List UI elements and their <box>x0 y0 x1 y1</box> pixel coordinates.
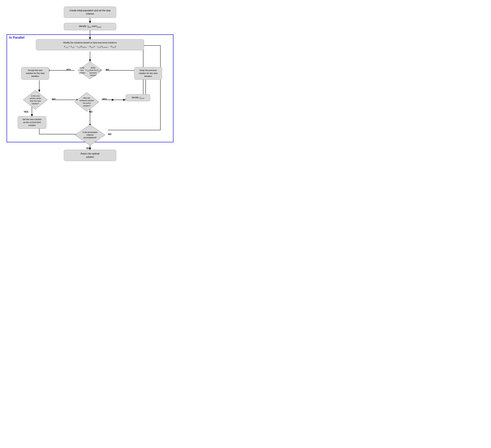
is-termination-label: Is the terminationcriterionaccomplished? <box>75 124 105 146</box>
no-label-4: NO <box>108 133 112 135</box>
yes-label-1: YES <box>66 68 71 71</box>
yes-label-4: YES <box>86 147 91 149</box>
return-optimal-box: Return the optimalsolution <box>64 150 116 161</box>
create-initial-label: Create initial population and set the st… <box>70 9 111 15</box>
no-label-3: NO <box>89 111 93 113</box>
identify-best-worst-box: Identify: fbest and fworst <box>64 23 116 30</box>
yes-label-3: YES <box>102 98 107 101</box>
modify-solutions-label: Modify the solutions based on best and w… <box>39 41 141 44</box>
set-new-best-label: Set the new solutionas the current bests… <box>22 118 42 126</box>
formula-label: X'i,j,k = Xi,j,k + r1,j,i(Xj,best,i − |X… <box>39 45 141 48</box>
is-new-better-label: Is the new solution X'i,j,kbetter than t… <box>78 61 103 79</box>
return-optimal-label: Return the optimalsolution <box>81 152 99 158</box>
yes-label-2: YES <box>24 111 28 113</box>
no-label-1: NO <box>106 68 109 71</box>
identify-best-worst-label: Identify: fbest and fworst <box>79 25 101 28</box>
accept-new-label: Accept the newsolution for the nextitera… <box>26 69 44 77</box>
keep-previous-box: Keep the previoussolution for the nextit… <box>134 67 162 80</box>
accept-new-box: Accept the newsolution for the nextitera… <box>21 67 49 80</box>
is-better-than-best-label: Is the newsolution betterthan the bestso… <box>23 90 48 110</box>
set-new-best-box: Set the new solutionas the current bests… <box>18 116 46 129</box>
modify-solutions-box: Modify the solutions based on best and w… <box>36 39 144 50</box>
parallel-label: In Parallel <box>9 36 25 39</box>
was-replaced-worst-label: Was thereplaced solutionthe worstsolutio… <box>74 92 99 112</box>
no-label-2: NO <box>52 98 56 101</box>
identify-worst-box: Identify: fworst <box>126 94 150 101</box>
create-initial-box: Create initial population and set the st… <box>64 7 116 18</box>
identify-worst-label: Identify: fworst <box>132 96 144 99</box>
keep-previous-label: Keep the previoussolution for the nextit… <box>139 69 157 77</box>
